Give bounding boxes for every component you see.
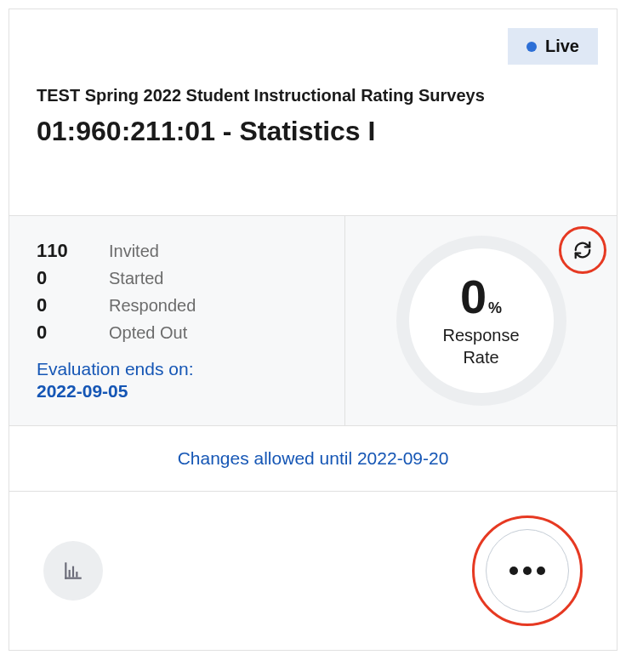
status-badge: Live <box>508 28 598 65</box>
stat-row-responded: 0 Responded <box>37 294 317 316</box>
refresh-highlight-ring <box>559 226 606 274</box>
stats-section: 110 Invited 0 Started 0 Responded 0 Opte… <box>9 215 617 425</box>
refresh-icon <box>573 241 592 259</box>
response-rate-pct: % <box>488 299 502 317</box>
view-chart-button[interactable] <box>43 541 103 601</box>
survey-card: Live TEST Spring 2022 Student Instructio… <box>9 9 617 651</box>
card-header: Live TEST Spring 2022 Student Instructio… <box>9 9 617 215</box>
stats-list: 110 Invited 0 Started 0 Responded 0 Opte… <box>9 216 345 425</box>
response-rate-label: Response Rate <box>442 324 519 368</box>
evaluation-ends-date: 2022-09-05 <box>37 381 317 401</box>
status-label: Live <box>545 37 579 56</box>
status-dot-icon <box>526 42 537 52</box>
response-rate-value: 0 <box>460 273 487 321</box>
stat-label: Opted Out <box>109 323 187 343</box>
more-icon <box>523 567 532 575</box>
survey-title: 01:960:211:01 - Statistics I <box>37 116 589 147</box>
more-highlight-ring <box>472 515 583 626</box>
stat-value: 0 <box>37 294 109 316</box>
stat-value: 110 <box>37 240 109 262</box>
response-rate-panel: 0 % Response Rate <box>345 216 617 425</box>
changes-allowed-text: Changes allowed until 2022-09-20 <box>9 425 617 491</box>
card-footer <box>9 491 617 650</box>
bar-chart-icon <box>62 560 84 582</box>
survey-subtitle: TEST Spring 2022 Student Instructional R… <box>37 86 589 105</box>
response-rate-gauge: 0 % Response Rate <box>396 236 566 406</box>
more-options-button[interactable] <box>486 529 569 612</box>
refresh-button[interactable] <box>571 238 595 262</box>
stat-row-invited: 110 Invited <box>37 240 317 262</box>
response-rate-value-wrap: 0 % <box>460 273 502 321</box>
response-rate-inner: 0 % Response Rate <box>409 248 554 393</box>
stat-label: Invited <box>109 242 159 261</box>
more-icon <box>537 567 545 575</box>
stat-value: 0 <box>37 267 109 289</box>
stat-label: Started <box>109 269 163 288</box>
stat-value: 0 <box>37 322 109 344</box>
stat-row-started: 0 Started <box>37 267 317 289</box>
more-icon <box>509 567 518 575</box>
stat-label: Responded <box>109 296 196 316</box>
stat-row-opted-out: 0 Opted Out <box>37 322 317 344</box>
evaluation-ends-label: Evaluation ends on: <box>37 359 317 379</box>
